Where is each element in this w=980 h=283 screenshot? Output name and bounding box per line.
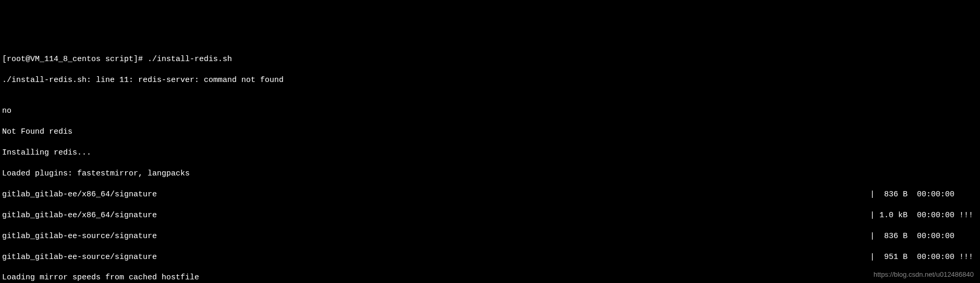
- repo-name: gitlab_gitlab-ee-source/signature: [2, 231, 157, 242]
- repo-line: gitlab_gitlab-ee/x86_64/signature| 1.0 k…: [2, 210, 978, 221]
- repo-status: | 951 B 00:00:00 !!!: [870, 252, 978, 263]
- repo-name: gitlab_gitlab-ee-source/signature: [2, 252, 157, 263]
- spacer: [157, 210, 870, 221]
- prompt-line: [root@VM_114_8_centos script]# ./install…: [2, 54, 978, 65]
- repo-name: gitlab_gitlab-ee/x86_64/signature: [2, 190, 157, 200]
- spacer: [157, 231, 870, 242]
- terminal-output[interactable]: [root@VM_114_8_centos script]# ./install…: [2, 44, 978, 283]
- output-line: no: [2, 106, 978, 116]
- output-line: Installing redis...: [2, 148, 978, 158]
- output-line: Not Found redis: [2, 127, 978, 137]
- repo-status: | 1.0 kB 00:00:00 !!!: [870, 210, 978, 221]
- repo-line: gitlab_gitlab-ee-source/signature| 836 B…: [2, 231, 978, 242]
- output-line: Loaded plugins: fastestmirror, langpacks: [2, 169, 978, 179]
- repo-status: | 836 B 00:00:00: [870, 190, 978, 200]
- repo-status: | 836 B 00:00:00: [870, 231, 978, 242]
- repo-name: gitlab_gitlab-ee/x86_64/signature: [2, 210, 157, 221]
- output-line: ./install-redis.sh: line 11: redis-serve…: [2, 75, 978, 86]
- spacer: [157, 252, 870, 263]
- repo-line: gitlab_gitlab-ee/x86_64/signature| 836 B…: [2, 190, 978, 200]
- repo-line: gitlab_gitlab-ee-source/signature| 951 B…: [2, 252, 978, 263]
- watermark-text: https://blog.csdn.net/u012486840: [874, 270, 974, 279]
- output-line: Loading mirror speeds from cached hostfi…: [2, 273, 978, 283]
- spacer: [157, 190, 870, 200]
